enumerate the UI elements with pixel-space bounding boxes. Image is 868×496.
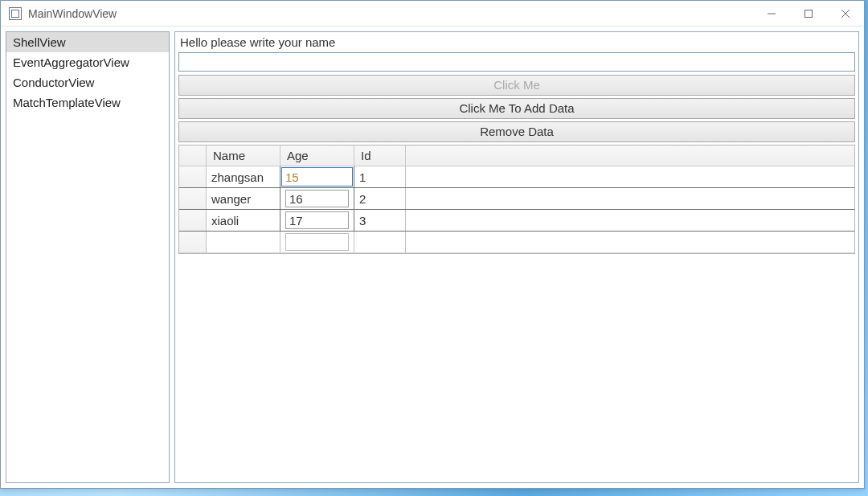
column-header-id[interactable]: Id	[354, 146, 406, 166]
close-button[interactable]	[827, 1, 864, 27]
cell-fill	[406, 166, 854, 187]
cell-id[interactable]: 3	[354, 210, 406, 231]
age-box-empty[interactable]	[285, 233, 349, 251]
sidebar-item-shellview[interactable]: ShellView	[6, 32, 169, 52]
column-header-name[interactable]: Name	[207, 146, 280, 166]
window-title: MainWindowView	[28, 7, 117, 20]
maximize-icon	[805, 10, 813, 18]
age-box[interactable]: 17	[285, 211, 349, 229]
close-icon	[841, 10, 850, 18]
sidebar-item-matchtemplateview[interactable]: MatchTemplateView	[6, 92, 169, 113]
cell-name[interactable]: wanger	[207, 188, 280, 209]
table-row[interactable]: xiaoli 17 3	[179, 210, 854, 232]
cell-age[interactable]: 17	[280, 210, 354, 231]
app-icon	[9, 7, 22, 20]
data-grid[interactable]: Name Age Id zhangsan 1	[178, 145, 855, 254]
main-panel: Hello please write your name Click Me Cl…	[174, 31, 859, 483]
cell-age-editing[interactable]	[280, 166, 354, 187]
table-new-row[interactable]	[179, 232, 854, 253]
cell-name[interactable]: zhangsan	[207, 166, 280, 187]
minimize-button[interactable]	[753, 1, 790, 27]
column-header-age[interactable]: Age	[280, 146, 354, 166]
svg-rect-1	[805, 10, 813, 17]
column-header-fill	[406, 146, 854, 166]
row-header[interactable]	[179, 232, 207, 252]
cell-id[interactable]: 1	[354, 166, 406, 187]
data-grid-header: Name Age Id	[179, 146, 854, 166]
table-row[interactable]: wanger 16 2	[179, 188, 854, 210]
table-row[interactable]: zhangsan 1	[179, 166, 854, 188]
desktop-background: MainWindowView ShellView EventAggregator…	[0, 0, 868, 496]
cell-fill	[406, 188, 854, 209]
minimize-icon	[768, 10, 776, 18]
sidebar-item-conductorview[interactable]: ConductorView	[6, 72, 169, 92]
remove-data-button[interactable]: Remove Data	[178, 121, 855, 142]
prompt-label: Hello please write your name	[177, 34, 857, 52]
cell-id[interactable]: 2	[354, 188, 406, 209]
cell-name[interactable]: xiaoli	[207, 210, 280, 231]
row-header[interactable]	[179, 188, 207, 209]
age-cell-editor[interactable]	[281, 167, 353, 187]
client-area: ShellView EventAggregatorView ConductorV…	[1, 27, 864, 488]
cell-fill	[406, 232, 854, 252]
cell-age[interactable]: 16	[280, 188, 354, 209]
titlebar[interactable]: MainWindowView	[1, 1, 864, 27]
row-header[interactable]	[179, 166, 207, 187]
name-input[interactable]	[178, 52, 855, 72]
cell-id-empty[interactable]	[354, 232, 406, 252]
rowheader-corner[interactable]	[179, 146, 207, 166]
row-header[interactable]	[179, 210, 207, 231]
sidebar-list[interactable]: ShellView EventAggregatorView ConductorV…	[6, 31, 170, 483]
cell-name-empty[interactable]	[207, 232, 280, 252]
click-me-button[interactable]: Click Me	[178, 75, 855, 96]
sidebar-item-eventaggregatorview[interactable]: EventAggregatorView	[6, 52, 169, 72]
main-window: MainWindowView ShellView EventAggregator…	[0, 0, 865, 489]
maximize-button[interactable]	[790, 1, 827, 27]
cell-fill	[406, 210, 854, 231]
age-box[interactable]: 16	[285, 190, 349, 207]
add-data-button[interactable]: Click Me To Add Data	[178, 98, 855, 119]
cell-age-empty[interactable]	[280, 232, 354, 252]
